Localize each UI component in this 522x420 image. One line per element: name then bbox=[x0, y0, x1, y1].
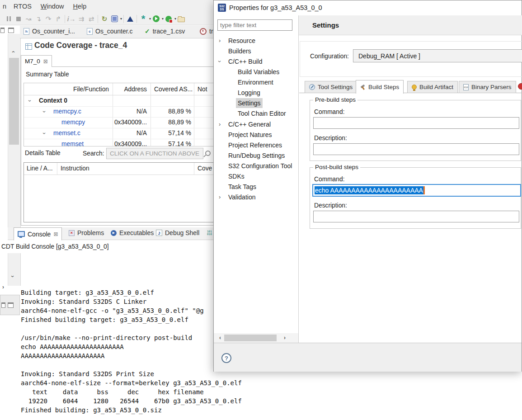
scrollbar-thumb[interactable] bbox=[9, 58, 19, 145]
column-header-instruction[interactable]: Instruction bbox=[61, 163, 89, 175]
tree-item-tool-chain-editor[interactable]: Tool Chain Editor bbox=[214, 109, 296, 118]
column-header-line[interactable]: Line / A... bbox=[27, 163, 53, 175]
step-instruction-button[interactable]: i→ bbox=[66, 14, 76, 24]
table-row[interactable]: memset 0x340009... 57,14 % bbox=[24, 139, 213, 146]
tab-debug-shell[interactable]: J Debug Shell bbox=[156, 229, 199, 236]
memory-view-icon[interactable]: 101 010 bbox=[207, 230, 212, 236]
tree-item-builders[interactable]: Builders bbox=[214, 46, 296, 56]
tab-problems[interactable]: × Problems bbox=[69, 229, 104, 236]
minimize-view-button[interactable] bbox=[0, 27, 5, 35]
table-row[interactable]: › Context 0 bbox=[24, 95, 213, 107]
error-parsers-icon[interactable] bbox=[518, 83, 522, 90]
column-header-coverage[interactable]: Cove bbox=[198, 163, 212, 175]
coverage-tab-m7[interactable]: M7_0 ⊠ bbox=[21, 55, 52, 67]
pre-description-input[interactable] bbox=[313, 143, 519, 155]
editor-tab-os-counter-c[interactable]: c Os_counter.c bbox=[87, 28, 133, 35]
expand-panel-button[interactable]: › bbox=[2, 284, 4, 290]
chevron-expanded-icon[interactable]: › bbox=[24, 100, 35, 102]
tree-item-build-variables[interactable]: Build Variables bbox=[214, 67, 296, 77]
chevron-right-icon[interactable]: › bbox=[219, 192, 221, 202]
tree-h-scrollbar[interactable]: ‹ › bbox=[214, 333, 298, 343]
table-row[interactable]: › memcpy.c N/A 88,89 % bbox=[24, 106, 213, 118]
tree-item-resource[interactable]: › Resource bbox=[214, 36, 296, 46]
step-into-button[interactable]: ↴ bbox=[33, 14, 43, 24]
column-header-address[interactable]: Address bbox=[113, 83, 147, 95]
editor-tab-trace-csv[interactable]: ✓ trace_1.csv bbox=[145, 28, 185, 35]
chevron-down-icon[interactable]: ▾ bbox=[120, 17, 122, 21]
tree-item-project-references[interactable]: Project References bbox=[214, 140, 296, 150]
close-icon[interactable]: ⊠ bbox=[53, 231, 58, 237]
scroll-left-icon[interactable]: ‹ bbox=[219, 335, 221, 341]
chevron-right-icon[interactable]: › bbox=[219, 119, 221, 129]
step-return-button[interactable]: ↱ bbox=[53, 14, 63, 24]
instruction-stepping-button[interactable]: ⇉ bbox=[76, 14, 86, 24]
tree-item-task-tags[interactable]: Task Tags bbox=[214, 182, 296, 192]
tab-tool-settings[interactable]: Tool Settings bbox=[305, 81, 357, 93]
reset-button[interactable]: ↻ bbox=[99, 14, 109, 24]
editor-tab-trace[interactable]: tr bbox=[200, 28, 213, 35]
console-output[interactable]: Building target: g3_a53_A53_0_0.elf Invo… bbox=[21, 288, 242, 415]
configuration-combo[interactable]: Debug_RAM [ Active ] bbox=[353, 49, 522, 62]
chevron-down-icon[interactable]: › bbox=[215, 61, 225, 62]
left-scrollbar[interactable]: › bbox=[8, 34, 21, 240]
help-button[interactable]: ? bbox=[221, 353, 231, 363]
row-label-link[interactable]: memcpy.c bbox=[53, 106, 81, 117]
chevron-expanded-icon[interactable]: › bbox=[39, 111, 50, 113]
dialog-title-bar[interactable]: S32 DS Properties for g3_a53_A53_0_0 bbox=[214, 0, 522, 15]
flash-target-button[interactable] bbox=[109, 14, 119, 24]
row-label-link[interactable]: memcpy bbox=[61, 117, 85, 128]
tree-item-cpp-general[interactable]: › C/C++ General bbox=[214, 119, 296, 129]
stop-button[interactable] bbox=[14, 14, 24, 24]
menu-item-help[interactable]: Help bbox=[73, 3, 86, 10]
search-input[interactable] bbox=[106, 148, 203, 159]
tree-item-logging[interactable]: Logging bbox=[214, 88, 296, 98]
tab-executables[interactable]: ▶ Executables bbox=[111, 229, 154, 236]
open-folder-button[interactable] bbox=[176, 14, 186, 24]
scroll-down-icon[interactable]: › bbox=[9, 275, 16, 277]
minimize-icon[interactable] bbox=[1, 302, 5, 308]
panel-divider[interactable] bbox=[298, 15, 299, 343]
tree-item-run-debug-settings[interactable]: Run/Debug Settings bbox=[214, 151, 296, 160]
editor-tab-os-counter-h[interactable]: h Os_counter_i... bbox=[24, 28, 75, 35]
chevron-right-icon[interactable]: › bbox=[219, 36, 221, 46]
search-icon[interactable] bbox=[205, 150, 211, 158]
tree-item-settings[interactable]: Settings bbox=[214, 98, 296, 108]
column-header-not-covered[interactable]: Not bbox=[198, 83, 207, 95]
tree-item-cpp-build[interactable]: › C/C++ Build bbox=[214, 57, 296, 66]
post-command-input[interactable]: echo AAAAAAAAAAAAAAAAAAAAAA bbox=[312, 184, 521, 197]
scroll-up-icon[interactable]: › bbox=[9, 51, 16, 52]
column-header-file[interactable]: File/Function bbox=[24, 83, 109, 95]
disconnect-button[interactable]: ↝ bbox=[24, 14, 33, 24]
tree-item-sdks[interactable]: SDKs bbox=[214, 171, 296, 181]
debug-config-button[interactable]: * bbox=[138, 14, 148, 24]
post-description-input[interactable] bbox=[313, 211, 519, 222]
row-label-link[interactable]: memset.c bbox=[53, 128, 80, 139]
scrollbar-thumb[interactable] bbox=[224, 335, 277, 341]
menu-item-window[interactable]: Window bbox=[41, 3, 64, 10]
left-scrollbar-lower[interactable]: › bbox=[8, 253, 21, 286]
tree-item-s32-configuration[interactable]: S32 Configuration Tool bbox=[214, 161, 296, 171]
tree-item-validation[interactable]: › Validation bbox=[214, 192, 296, 202]
table-row[interactable]: › memset.c N/A 57,14 % bbox=[24, 128, 213, 139]
step-over-button[interactable]: ↷ bbox=[43, 14, 53, 24]
table-row[interactable]: memcpy 0x340009... 88,89 % bbox=[24, 117, 213, 128]
pause-button[interactable] bbox=[4, 14, 14, 24]
menu-item-partial[interactable]: n bbox=[3, 3, 6, 10]
row-label-link[interactable]: memset bbox=[61, 139, 84, 146]
tree-item-project-natures[interactable]: Project Natures bbox=[214, 130, 296, 140]
tab-console[interactable]: Console ⊠ bbox=[14, 227, 62, 241]
close-icon[interactable]: ⊠ bbox=[43, 58, 48, 65]
restore-icon[interactable] bbox=[8, 302, 14, 308]
coverage-run-button[interactable] bbox=[164, 14, 174, 24]
pre-command-input[interactable] bbox=[313, 117, 519, 129]
run-button[interactable] bbox=[151, 14, 161, 24]
filter-input[interactable] bbox=[217, 19, 292, 31]
tab-build-steps[interactable]: Build Steps bbox=[356, 80, 404, 94]
analysis-button[interactable] bbox=[125, 14, 135, 24]
tree-item-environment[interactable]: Environment bbox=[214, 77, 296, 87]
menu-item-rtos[interactable]: RTOS bbox=[14, 3, 32, 10]
column-header-covered[interactable]: Covered AS... bbox=[154, 83, 193, 95]
tab-binary-parsers[interactable]: 010 Binary Parsers bbox=[459, 81, 516, 93]
tab-build-artifact[interactable]: Build Artifact bbox=[407, 81, 458, 93]
scroll-right-icon[interactable]: › bbox=[284, 335, 286, 341]
